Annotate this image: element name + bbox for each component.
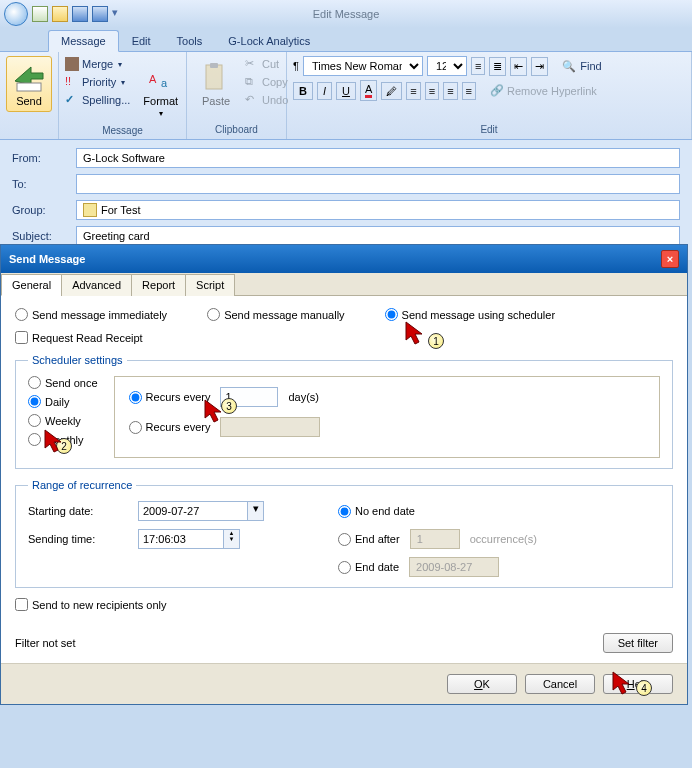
app-icon: [4, 2, 28, 26]
italic-button[interactable]: I: [317, 82, 332, 100]
scheduler-settings-fieldset: Scheduler settings Send once Daily Weekl…: [15, 354, 673, 469]
tab-script[interactable]: Script: [185, 274, 235, 296]
undo-icon: ↶: [245, 93, 259, 107]
tab-tools[interactable]: Tools: [164, 30, 216, 51]
cut-button[interactable]: ✂Cut: [245, 56, 288, 72]
sending-time-input[interactable]: [138, 529, 224, 549]
group-icon: [83, 203, 97, 217]
qat-save-as-icon[interactable]: [72, 6, 88, 22]
subject-label: Subject:: [12, 230, 76, 242]
tab-report[interactable]: Report: [131, 274, 186, 296]
undo-button[interactable]: ↶Undo: [245, 92, 288, 108]
starting-date-input[interactable]: [138, 501, 248, 521]
time-spinner[interactable]: ▲▼: [224, 529, 240, 549]
align-justify-icon[interactable]: ≡: [462, 82, 476, 100]
outdent-icon[interactable]: ⇤: [510, 57, 527, 76]
tab-advanced[interactable]: Advanced: [61, 274, 132, 296]
tab-general[interactable]: General: [1, 274, 62, 296]
font-color-button[interactable]: A: [360, 80, 377, 101]
underline-button[interactable]: U: [336, 82, 356, 100]
set-filter-button[interactable]: Set filter: [603, 633, 673, 653]
merge-button[interactable]: Merge: [65, 56, 130, 72]
from-label: From:: [12, 152, 76, 164]
radio-send-once[interactable]: Send once: [28, 376, 98, 389]
send-button[interactable]: Send: [6, 56, 52, 112]
from-field[interactable]: [76, 148, 680, 168]
copy-button[interactable]: ⧉Copy: [245, 74, 288, 90]
clipboard-group: Paste ✂Cut ⧉Copy ↶Undo Clipboard: [187, 52, 287, 139]
end-after-value: [410, 529, 460, 549]
spelling-button[interactable]: ✓Spelling...: [65, 92, 130, 108]
radio-end-after[interactable]: End after: [338, 533, 400, 546]
svg-rect-0: [17, 83, 41, 91]
close-button[interactable]: ×: [661, 250, 679, 268]
message-fields: From: To: Group: For Test Subject:: [0, 140, 692, 260]
svg-rect-4: [210, 63, 218, 68]
tab-message[interactable]: Message: [48, 30, 119, 52]
radio-send-immediately[interactable]: Send message immediately: [15, 308, 167, 321]
find-button[interactable]: Find: [580, 59, 601, 73]
to-label: To:: [12, 178, 76, 190]
radio-recurs-every[interactable]: Recurs every: [129, 391, 211, 404]
to-field[interactable]: [76, 174, 680, 194]
format-button[interactable]: Aa Format▾: [136, 56, 185, 123]
dialog-button-row: OOKK Cancel HelpHelp: [1, 663, 687, 704]
numbering-icon[interactable]: ≣: [489, 57, 506, 76]
radio-end-date[interactable]: End date: [338, 561, 399, 574]
annotation-badge-4: 4: [636, 680, 652, 696]
radio-send-manually[interactable]: Send message manually: [207, 308, 344, 321]
scheduler-detail-panel: Recurs every day(s) Recurs every: [114, 376, 660, 458]
svg-text:A: A: [149, 73, 157, 85]
bold-button[interactable]: B: [293, 82, 313, 100]
copy-icon: ⧉: [245, 75, 259, 89]
occurrences-label: occurrence(s): [470, 533, 537, 545]
dialog-tabs: General Advanced Report Script: [1, 273, 687, 296]
sending-time-label: Sending time:: [28, 533, 128, 545]
highlight-button[interactable]: 🖉: [381, 82, 402, 100]
cut-icon: ✂: [245, 57, 259, 71]
remove-link-icon: 🔗: [490, 84, 504, 97]
qat-save-icon[interactable]: [92, 6, 108, 22]
qat-new-icon[interactable]: [32, 6, 48, 22]
paste-icon: [200, 61, 232, 93]
check-read-receipt[interactable]: Request Read Receipt: [15, 331, 673, 344]
radio-send-scheduler[interactable]: Send message using scheduler: [385, 308, 555, 321]
align-center-icon[interactable]: ≡: [425, 82, 439, 100]
tab-edit[interactable]: Edit: [119, 30, 164, 51]
group-field[interactable]: For Test: [76, 200, 680, 220]
group-label: Group:: [12, 204, 76, 216]
clipboard-group-label: Clipboard: [193, 122, 280, 135]
send-icon: [13, 61, 45, 93]
check-new-recipients[interactable]: Send to new recipients only: [15, 598, 673, 611]
window-title: Edit Message: [313, 8, 380, 20]
radio-daily[interactable]: Daily: [28, 395, 98, 408]
edit-group-label: Edit: [293, 122, 685, 135]
range-legend: Range of recurrence: [28, 479, 136, 491]
radio-weekly[interactable]: Weekly: [28, 414, 98, 427]
ok-button[interactable]: OOKK: [447, 674, 517, 694]
priority-button[interactable]: !!Priority: [65, 74, 130, 90]
cancel-button[interactable]: Cancel: [525, 674, 595, 694]
qat-open-icon[interactable]: [52, 6, 68, 22]
qat-customize-icon[interactable]: ▾: [112, 6, 128, 22]
indent-icon[interactable]: ⇥: [531, 57, 548, 76]
remove-link-button[interactable]: 🔗Remove Hyperlink: [490, 83, 597, 98]
radio-no-end[interactable]: No end date: [338, 505, 660, 518]
filter-status: Filter not set: [15, 637, 76, 649]
radio-recurs-every-alt[interactable]: Recurs every: [129, 421, 211, 434]
bullets-icon[interactable]: ≡: [471, 57, 485, 75]
tab-analytics[interactable]: G-Lock Analytics: [215, 30, 323, 51]
title-bar: ▾ Edit Message: [0, 0, 692, 28]
priority-icon: !!: [65, 75, 79, 89]
align-left-icon[interactable]: ≡: [406, 82, 420, 100]
message-group: Merge !!Priority ✓Spelling... Aa Format▾…: [59, 52, 187, 139]
ribbon-tabs: Message Edit Tools G-Lock Analytics: [0, 28, 692, 52]
align-right-icon[interactable]: ≡: [443, 82, 457, 100]
starting-date-label: Starting date:: [28, 505, 128, 517]
font-size-select[interactable]: 12: [427, 56, 467, 76]
font-name-select[interactable]: Times New Roman: [303, 56, 423, 76]
date-dropdown-icon[interactable]: ▾: [248, 501, 264, 521]
subject-field[interactable]: [76, 226, 680, 246]
paste-button[interactable]: Paste: [193, 56, 239, 122]
filter-row: Filter not set Set filter: [1, 623, 687, 663]
